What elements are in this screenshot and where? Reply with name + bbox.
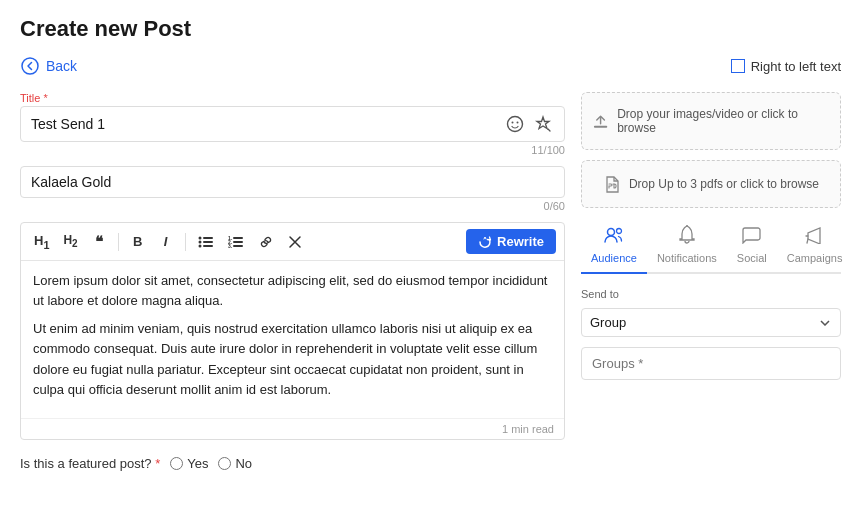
editor-paragraph-1: Lorem ipsum dolor sit amet, consectetur …	[33, 271, 552, 311]
svg-rect-5	[203, 237, 213, 239]
rtl-label: Right to left text	[751, 59, 841, 74]
tab-audience[interactable]: Audience	[581, 220, 647, 274]
tabs-bar: Audience Notifications	[581, 218, 841, 274]
author-char-count: 0/60	[20, 200, 565, 212]
right-panel: Drop your images/video or click to brows…	[581, 92, 841, 471]
toolbar-divider-2	[185, 233, 186, 251]
svg-point-3	[517, 122, 519, 124]
svg-point-1	[508, 117, 523, 132]
rtl-checkbox[interactable]	[731, 59, 745, 73]
svg-rect-13	[233, 241, 243, 243]
audience-icon	[603, 226, 625, 249]
author-input[interactable]	[31, 174, 554, 190]
quote-button[interactable]: ❝	[87, 230, 111, 254]
image-upload-box[interactable]: Drop your images/video or click to brows…	[581, 92, 841, 150]
svg-point-2	[512, 122, 514, 124]
groups-field-group	[581, 347, 841, 380]
notifications-icon	[678, 224, 696, 249]
svg-rect-16	[594, 126, 607, 128]
featured-yes-text: Yes	[187, 456, 208, 471]
editor-paragraph-2: Ut enim ad minim veniam, quis nostrud ex…	[33, 319, 552, 400]
emoji-icon[interactable]	[504, 113, 526, 135]
tab-notifications[interactable]: Notifications	[647, 218, 727, 274]
upload-image-icon	[592, 112, 609, 130]
tab-social-label: Social	[737, 252, 767, 264]
ordered-list-button[interactable]: 1. 2. 3.	[223, 232, 249, 252]
svg-rect-7	[203, 241, 213, 243]
editor-content[interactable]: Lorem ipsum dolor sit amet, consectetur …	[21, 261, 564, 418]
pdf-upload-box[interactable]: Drop Up to 3 pdfs or click to browse	[581, 160, 841, 208]
svg-text:3.: 3.	[228, 243, 233, 249]
h2-button[interactable]: H2	[58, 230, 82, 252]
svg-point-0	[22, 58, 38, 74]
rewrite-label: Rewrite	[497, 234, 544, 249]
featured-required: *	[155, 456, 160, 471]
top-bar: Back Right to left text	[20, 56, 841, 76]
content-grid: Title *	[20, 92, 841, 471]
editor-toolbar: H1 H2 ❝ B I	[21, 223, 564, 261]
campaigns-icon	[805, 226, 825, 249]
tab-audience-label: Audience	[591, 252, 637, 264]
title-char-count: 11/100	[20, 144, 565, 156]
title-field-group: Title *	[20, 92, 565, 156]
link-button[interactable]	[253, 233, 279, 251]
image-upload-label: Drop your images/video or click to brows…	[617, 107, 830, 135]
svg-point-19	[686, 225, 688, 227]
tab-notifications-label: Notifications	[657, 252, 717, 264]
social-icon	[742, 226, 762, 249]
svg-point-8	[198, 244, 201, 247]
unordered-list-button[interactable]	[193, 232, 219, 252]
svg-point-18	[616, 229, 621, 234]
featured-no-radio[interactable]	[218, 457, 231, 470]
featured-label: Is this a featured post? *	[20, 456, 160, 471]
svg-rect-11	[233, 237, 243, 239]
left-panel: Title *	[20, 92, 565, 471]
back-label: Back	[46, 58, 77, 74]
editor-footer: 1 min read	[21, 418, 564, 439]
title-required: *	[43, 92, 47, 104]
tab-campaigns-label: Campaigns	[787, 252, 843, 264]
title-icons	[504, 113, 554, 135]
svg-rect-9	[203, 245, 213, 247]
page-title: Create new Post	[20, 16, 841, 42]
send-to-label: Send to	[581, 288, 841, 300]
svg-point-6	[198, 240, 201, 243]
magic-icon[interactable]	[532, 113, 554, 135]
clear-format-button[interactable]	[283, 232, 307, 252]
svg-point-4	[198, 236, 201, 239]
featured-yes-radio[interactable]	[170, 457, 183, 470]
upload-pdf-icon	[603, 175, 621, 193]
send-to-select[interactable]: Group Everyone Custom	[581, 308, 841, 337]
featured-yes-label[interactable]: Yes	[170, 456, 208, 471]
featured-no-label[interactable]: No	[218, 456, 252, 471]
title-input-wrapper	[20, 106, 565, 142]
pdf-upload-label: Drop Up to 3 pdfs or click to browse	[629, 177, 819, 191]
tab-social[interactable]: Social	[727, 220, 777, 274]
title-input[interactable]	[31, 116, 498, 132]
rewrite-button[interactable]: Rewrite	[466, 229, 556, 254]
editor-wrapper: H1 H2 ❝ B I	[20, 222, 565, 440]
author-field-group: 0/60	[20, 166, 565, 212]
groups-input[interactable]	[581, 347, 841, 380]
h1-button[interactable]: H1	[29, 230, 54, 254]
svg-rect-15	[233, 245, 243, 247]
featured-post-row: Is this a featured post? * Yes No	[20, 456, 565, 471]
back-button[interactable]: Back	[20, 56, 77, 76]
svg-point-17	[607, 229, 614, 236]
toolbar-divider-1	[118, 233, 119, 251]
bold-button[interactable]: B	[126, 231, 150, 252]
author-input-wrapper	[20, 166, 565, 198]
title-label: Title *	[20, 92, 565, 104]
send-to-group: Send to Group Everyone Custom	[581, 288, 841, 337]
tab-campaigns[interactable]: Campaigns	[777, 220, 853, 274]
back-arrow-icon	[20, 56, 40, 76]
italic-button[interactable]: I	[154, 231, 178, 252]
rtl-checkbox-area[interactable]: Right to left text	[731, 59, 841, 74]
featured-no-text: No	[235, 456, 252, 471]
